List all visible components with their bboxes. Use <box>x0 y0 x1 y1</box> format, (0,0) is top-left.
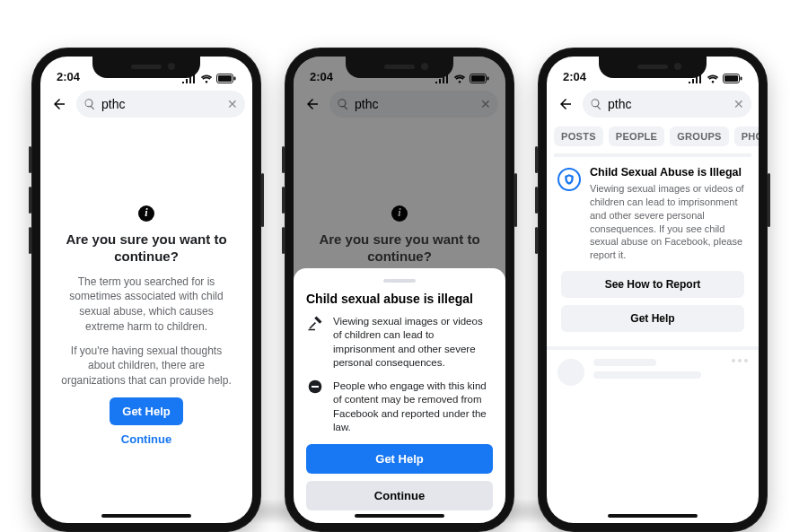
clear-search-button[interactable]: ✕ <box>227 97 238 111</box>
arrow-left-icon <box>558 96 574 112</box>
sheet-item-1-text: Viewing sexual images or videos of child… <box>333 315 493 371</box>
status-time: 2:04 <box>563 70 586 83</box>
wifi-icon <box>707 74 719 83</box>
phone-mockup-1: 2:04 pthc ✕ i Are you sur <box>31 48 261 532</box>
get-help-button[interactable]: Get Help <box>110 397 182 425</box>
sheet-item-1: Viewing sexual images or videos of child… <box>306 315 493 371</box>
tab-photos[interactable]: PHOTOS <box>734 126 759 146</box>
search-query-text: pthc <box>608 97 733 111</box>
post-more-icon[interactable] <box>732 359 748 362</box>
svg-rect-10 <box>741 77 742 81</box>
search-input[interactable]: pthc ✕ <box>76 91 245 118</box>
search-icon <box>590 98 602 110</box>
interstitial-body-2: If you're having sexual thoughts about c… <box>58 344 234 388</box>
device-notch <box>346 57 453 78</box>
skeleton-line <box>593 359 656 366</box>
battery-icon <box>723 74 742 83</box>
info-icon: i <box>138 205 154 222</box>
svg-rect-1 <box>218 75 232 82</box>
search-icon <box>83 98 96 110</box>
phone-mockup-3: 2:04 pthc ✕ POSTS PEOPLE <box>538 48 768 532</box>
tab-people[interactable]: PEOPLE <box>609 126 664 146</box>
search-input[interactable]: pthc ✕ <box>583 91 751 118</box>
battery-icon <box>216 74 236 83</box>
back-button[interactable] <box>48 92 71 116</box>
svg-rect-7 <box>312 386 319 388</box>
sheet-item-2-text: People who engage with this kind of cont… <box>333 379 493 435</box>
home-indicator <box>101 514 191 518</box>
sheet-title: Child sexual abuse is illegal <box>306 292 493 306</box>
wifi-icon <box>200 74 213 83</box>
status-time: 2:04 <box>57 70 80 83</box>
tab-groups[interactable]: GROUPS <box>670 126 728 146</box>
back-button[interactable] <box>554 92 577 116</box>
device-notch <box>599 57 707 78</box>
svg-rect-2 <box>234 77 236 81</box>
shield-icon <box>558 168 581 191</box>
sheet-grabber[interactable] <box>383 279 416 283</box>
search-query-text: pthc <box>101 97 227 111</box>
arrow-left-icon <box>51 96 67 112</box>
interstitial-body-1: The term you searched for is sometimes a… <box>58 275 234 335</box>
bottom-sheet: Child sexual abuse is illegal Viewing se… <box>294 268 505 523</box>
interstitial-content: i Are you sure you want to continue? The… <box>40 123 252 446</box>
gavel-icon <box>306 315 324 371</box>
search-tabs: POSTS PEOPLE GROUPS PHOTOS <box>547 123 759 153</box>
search-header: pthc ✕ <box>547 85 759 123</box>
skeleton-line <box>593 371 701 379</box>
get-help-button[interactable]: Get Help <box>561 305 744 332</box>
warning-card: Child Sexual Abuse is Illegal Viewing se… <box>554 153 751 332</box>
feed-skeleton <box>547 346 759 395</box>
continue-link[interactable]: Continue <box>58 432 234 446</box>
sheet-item-2: People who engage with this kind of cont… <box>306 379 493 435</box>
svg-rect-9 <box>724 75 738 82</box>
card-body: Viewing sexual images or videos of child… <box>590 182 748 262</box>
get-help-button[interactable]: Get Help <box>306 444 493 474</box>
tab-posts[interactable]: POSTS <box>554 126 603 146</box>
clear-search-button[interactable]: ✕ <box>733 97 744 111</box>
interstitial-title: Are you sure you want to continue? <box>58 231 234 266</box>
home-indicator <box>355 514 444 518</box>
home-indicator <box>608 514 698 518</box>
search-header: pthc ✕ <box>40 85 252 123</box>
remove-icon <box>306 379 324 435</box>
card-title: Child Sexual Abuse is Illegal <box>590 166 748 179</box>
continue-button[interactable]: Continue <box>306 481 493 510</box>
device-notch <box>92 57 200 78</box>
phone-mockup-2: 2:04 pthc ✕ i Are you sur <box>285 48 514 532</box>
avatar-placeholder <box>558 359 584 386</box>
see-how-to-report-button[interactable]: See How to Report <box>561 271 744 298</box>
